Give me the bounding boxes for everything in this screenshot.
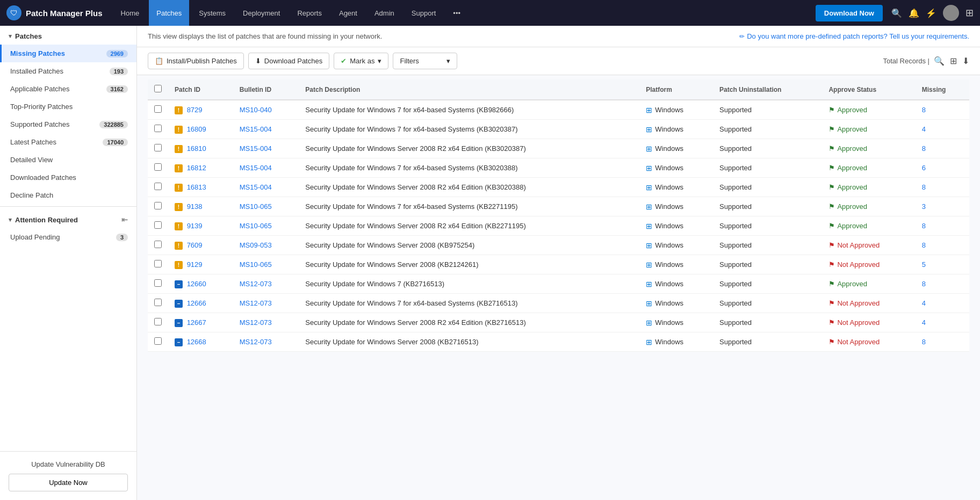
missing-count-value: 4 (922, 125, 926, 133)
row-checkbox[interactable] (154, 299, 162, 306)
select-all-header[interactable] (148, 79, 168, 100)
row-checkbox[interactable] (154, 260, 162, 267)
row-checkbox-cell[interactable] (148, 294, 168, 313)
export-icon[interactable]: ⬇ (962, 56, 969, 66)
nav-support[interactable]: Support (404, 0, 444, 26)
bulletin-link[interactable]: MS12-073 (240, 299, 272, 307)
bulletin-link[interactable]: MS10-065 (240, 222, 272, 230)
row-checkbox[interactable] (154, 221, 162, 229)
patch-id-link[interactable]: 12660 (187, 280, 206, 288)
mark-as-button[interactable]: ✔ Mark as ▾ (334, 53, 388, 69)
attention-section-header[interactable]: ▾ Attention Required ⇤ (0, 209, 136, 228)
bulletin-link[interactable]: MS15-004 (240, 183, 272, 191)
collapse-attention-icon[interactable]: ⇤ (121, 215, 128, 224)
row-checkbox[interactable] (154, 337, 162, 345)
user-avatar[interactable] (943, 5, 959, 21)
view-toggle-icon[interactable]: ⊞ (950, 56, 957, 66)
row-checkbox-cell[interactable] (148, 100, 168, 120)
bulletin-link[interactable]: MS15-004 (240, 125, 272, 133)
row-checkbox-cell[interactable] (148, 197, 168, 216)
sidebar-item-decline-patch[interactable]: Decline Patch (0, 186, 136, 204)
sidebar-item-applicable-patches[interactable]: Applicable Patches 3162 (0, 80, 136, 98)
nav-reports[interactable]: Reports (290, 0, 329, 26)
approve-flag-icon: ⚑ (828, 106, 835, 114)
row-checkbox-cell[interactable] (148, 139, 168, 158)
missing-count-value: 8 (922, 106, 926, 114)
nav-agent[interactable]: Agent (332, 0, 365, 26)
nav-patches[interactable]: Patches (149, 0, 189, 26)
patch-id-link[interactable]: 16813 (187, 183, 206, 191)
patches-section-header[interactable]: ▾ Patches (0, 26, 136, 45)
download-now-button[interactable]: Download Now (816, 5, 883, 21)
row-checkbox-cell[interactable] (148, 313, 168, 332)
sidebar-item-downloaded-patches[interactable]: Downloaded Patches (0, 169, 136, 186)
sidebar-item-installed-patches[interactable]: Installed Patches 193 (0, 62, 136, 80)
lightning-icon[interactable]: ⚡ (926, 8, 936, 18)
row-checkbox[interactable] (154, 183, 162, 190)
row-checkbox-cell[interactable] (148, 216, 168, 236)
main-header-reports-link[interactable]: ✏ Do you want more pre-defined patch rep… (739, 32, 969, 40)
platform-text: Windows (655, 260, 683, 269)
row-checkbox-cell[interactable] (148, 178, 168, 197)
bulletin-link[interactable]: MS15-004 (240, 144, 272, 153)
patch-id-link[interactable]: 16812 (187, 164, 206, 172)
nav-more[interactable]: ••• (445, 0, 468, 26)
bulletin-link[interactable]: MS15-004 (240, 164, 272, 172)
sidebar-item-detailed-view[interactable]: Detailed View (0, 151, 136, 169)
row-checkbox[interactable] (154, 241, 162, 248)
update-now-button[interactable]: Update Now (9, 474, 128, 491)
patch-id-link[interactable]: 7609 (187, 241, 203, 249)
apps-grid-icon[interactable]: ⊞ (965, 7, 974, 19)
bulletin-link[interactable]: MS10-040 (240, 106, 272, 114)
row-checkbox[interactable] (154, 105, 162, 113)
bulletin-link[interactable]: MS10-065 (240, 202, 272, 211)
install-publish-button[interactable]: 📋 Install/Publish Patches (148, 53, 244, 69)
bulletin-id-cell: MS12-073 (233, 332, 299, 352)
download-patches-button[interactable]: ⬇ Download Patches (248, 53, 329, 69)
approve-status-cell: ⚑ Approved (822, 158, 915, 178)
patch-id-link[interactable]: 9138 (187, 202, 203, 211)
row-checkbox-cell[interactable] (148, 255, 168, 274)
row-checkbox[interactable] (154, 202, 162, 209)
patch-id-link[interactable]: 16810 (187, 144, 206, 153)
nav-deployment[interactable]: Deployment (235, 0, 287, 26)
bulletin-link[interactable]: MS12-073 (240, 280, 272, 288)
row-checkbox-cell[interactable] (148, 332, 168, 352)
patch-id-link[interactable]: 12666 (187, 299, 206, 307)
platform-text: Windows (655, 183, 683, 191)
severity-icon: ! (175, 222, 183, 230)
patch-id-link[interactable]: 9139 (187, 222, 203, 230)
row-checkbox[interactable] (154, 279, 162, 287)
bulletin-link[interactable]: MS10-065 (240, 260, 272, 269)
patch-id-link[interactable]: 16809 (187, 125, 206, 133)
row-checkbox[interactable] (154, 144, 162, 151)
row-checkbox-cell[interactable] (148, 158, 168, 178)
sidebar-item-supported-patches[interactable]: Supported Patches 322885 (0, 115, 136, 133)
bulletin-link[interactable]: MS12-073 (240, 318, 272, 327)
sidebar-item-top-priority-patches[interactable]: Top-Priority Patches (0, 98, 136, 115)
sidebar-item-upload-pending[interactable]: Upload Pending 3 (0, 228, 136, 246)
row-checkbox[interactable] (154, 318, 162, 325)
patch-id-link[interactable]: 12667 (187, 318, 206, 327)
row-checkbox-cell[interactable] (148, 274, 168, 294)
patch-id-link[interactable]: 9129 (187, 260, 203, 269)
row-checkbox[interactable] (154, 125, 162, 132)
bulletin-link[interactable]: MS12-073 (240, 338, 272, 346)
patch-id-link[interactable]: 12668 (187, 338, 206, 346)
nav-home[interactable]: Home (113, 0, 147, 26)
search-table-icon[interactable]: 🔍 (934, 56, 945, 66)
sidebar-item-latest-patches[interactable]: Latest Patches 17040 (0, 133, 136, 151)
patch-id-link[interactable]: 8729 (187, 106, 203, 114)
search-icon[interactable]: 🔍 (891, 8, 902, 18)
nav-systems[interactable]: Systems (191, 0, 233, 26)
row-checkbox-cell[interactable] (148, 236, 168, 255)
sidebar-item-missing-patches[interactable]: Missing Patches 2969 (0, 45, 136, 62)
select-all-checkbox[interactable] (154, 85, 162, 92)
row-checkbox-cell[interactable] (148, 120, 168, 139)
row-checkbox[interactable] (154, 163, 162, 171)
nav-admin[interactable]: Admin (367, 0, 402, 26)
windows-icon: ⊞ (646, 106, 652, 114)
notifications-icon[interactable]: 🔔 (909, 8, 919, 18)
filters-dropdown[interactable]: Filters ▾ (393, 53, 457, 69)
bulletin-link[interactable]: MS09-053 (240, 241, 272, 249)
